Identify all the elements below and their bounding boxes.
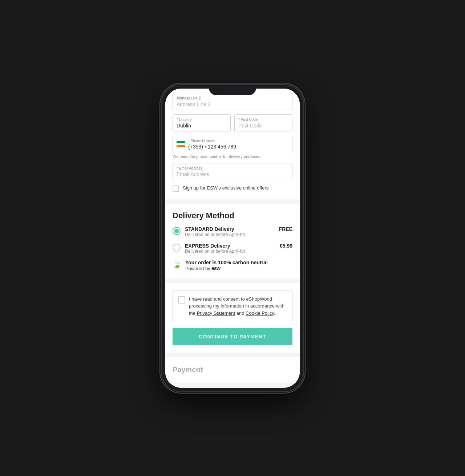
express-delivery-info: EXPRESS Delivery Delivered on or before … [185, 243, 275, 254]
phone-label: * Phone Number [188, 139, 288, 143]
phone-country-code: (+353) [188, 144, 203, 150]
consent-text-after: . [274, 310, 275, 316]
postcode-value: Post Code [238, 123, 262, 129]
phone-screen: Address Line 2 Address Line 2 * Country … [165, 89, 300, 388]
postcode-field[interactable]: * Post Code Post Code [234, 114, 292, 131]
esw-brand: esw [211, 265, 220, 271]
consent-text: I have read and consent to eShopWorld pr… [189, 296, 287, 317]
delivery-section-title: Delivery Method [173, 211, 292, 220]
postcode-label: * Post Code [238, 118, 288, 122]
email-label: * Email Address [177, 166, 288, 170]
express-delivery-name: EXPRESS Delivery [185, 243, 275, 249]
signup-checkbox-row: Sign up for ESW's exclusive online offer… [173, 185, 292, 192]
address-card: Address Line 2 Address Line 2 * Country … [165, 89, 300, 199]
country-field[interactable]: * Country Dublin [173, 114, 231, 131]
country-value: Dublin [177, 123, 191, 129]
phone-number-value: 123 456 789 [208, 144, 236, 150]
email-value: Email Address [177, 171, 209, 177]
phone-dropdown-arrow[interactable]: ▾ [205, 145, 206, 149]
standard-radio-fill [174, 229, 179, 233]
address-line2-value: Address Line 2 [177, 101, 210, 107]
consent-cta-card: I have read and consent to eShopWorld pr… [165, 283, 300, 353]
standard-delivery-price: FREE [279, 226, 292, 232]
carbon-neutral-row: 🍃 Your order is 100% carbon neutral Powe… [173, 260, 292, 271]
screen-content: Address Line 2 Address Line 2 * Country … [165, 89, 300, 388]
delivery-card: Delivery Method STANDARD Delivery Delive… [165, 204, 300, 278]
address-line2-label: Address Line 2 [177, 96, 288, 100]
express-delivery-price: €5.99 [280, 243, 292, 249]
standard-delivery-option[interactable]: STANDARD Delivery Delivered on or before… [173, 226, 292, 237]
standard-delivery-info: STANDARD Delivery Delivered on or before… [185, 226, 275, 237]
consent-text-between: and [235, 310, 246, 316]
carbon-text: Your order is 100% carbon neutral Powere… [185, 260, 268, 271]
phone-input-inner: * Phone Number (+353) ▾ 123 456 789 [188, 139, 288, 150]
address-line2-field[interactable]: Address Line 2 Address Line 2 [173, 93, 292, 110]
express-delivery-date: Delivered on or before April 4th [185, 249, 275, 254]
ireland-flag [177, 141, 185, 147]
email-field[interactable]: * Email Address Email Address [173, 163, 292, 180]
carbon-powered-text: Powered by [185, 266, 210, 271]
express-radio[interactable] [173, 244, 181, 252]
cookie-policy-link[interactable]: Cookie Policy [246, 310, 274, 316]
consent-box: I have read and consent to eShopWorld pr… [173, 290, 292, 322]
phone-notch [209, 85, 256, 95]
payment-section-title: Payment [173, 366, 292, 374]
signup-checkbox[interactable] [173, 186, 179, 192]
phone-field[interactable]: * Phone Number (+353) ▾ 123 456 789 [173, 136, 292, 152]
continue-to-payment-button[interactable]: CONTINUE TO PAYMENT [173, 328, 292, 345]
standard-delivery-name: STANDARD Delivery [185, 226, 275, 232]
phone-number-row: (+353) ▾ 123 456 789 [188, 144, 288, 150]
payment-section: Payment [165, 357, 300, 383]
flag-white [177, 143, 185, 146]
signup-label: Sign up for ESW's exclusive online offer… [183, 185, 268, 191]
express-delivery-option[interactable]: EXPRESS Delivery Delivered on or before … [173, 243, 292, 254]
carbon-title: Your order is 100% carbon neutral [185, 260, 268, 265]
consent-checkbox[interactable] [178, 296, 185, 304]
leaf-icon: 🍃 [173, 260, 182, 269]
standard-radio[interactable] [173, 227, 181, 235]
standard-delivery-date: Delivered on or before April 4th [185, 232, 275, 237]
country-postcode-row: * Country Dublin * Post Code Post Code [173, 114, 292, 131]
privacy-statement-link[interactable]: Privacy Statement [197, 310, 235, 316]
phone-frame: Address Line 2 Address Line 2 * Country … [162, 85, 303, 391]
phone-hint: We need the phone number for delivery pu… [173, 154, 292, 159]
flag-orange [177, 145, 185, 147]
country-label: * Country [177, 118, 227, 122]
carbon-powered-row: Powered by esw [185, 265, 268, 271]
